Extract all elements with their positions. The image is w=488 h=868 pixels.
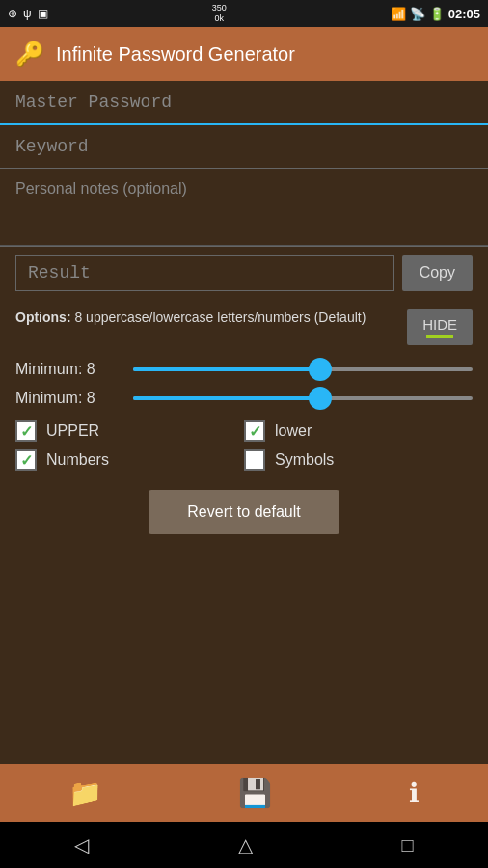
android-back-button[interactable]: ◁ <box>74 833 89 856</box>
bottom-nav: 📁 💾 ℹ <box>0 764 488 822</box>
app-title: Infinite Password Generator <box>56 43 295 66</box>
slider-row-1: Minimum: 8 <box>0 355 488 384</box>
slider-label-1: Minimum: 8 <box>15 361 122 378</box>
checkbox-lower-label: lower <box>275 422 312 440</box>
nav-info-icon[interactable]: ℹ <box>409 777 420 809</box>
checkmark-numbers: ✓ <box>20 451 33 470</box>
checkbox-symbols-row: Symbols <box>244 449 473 471</box>
hide-underline <box>426 335 453 338</box>
main-content: Copy Options: 8 uppercase/lowercase lett… <box>0 81 488 764</box>
status-time: 02:05 <box>448 7 480 21</box>
wifi-icon: 📶 <box>391 7 406 21</box>
checkbox-upper[interactable]: ✓ <box>15 420 37 442</box>
hide-button[interactable]: HIDE <box>407 309 473 345</box>
options-text: Options: 8 uppercase/lowercase letters/n… <box>15 309 407 328</box>
checkbox-numbers[interactable]: ✓ <box>15 449 37 471</box>
battery-icon: 🔋 <box>429 7 445 21</box>
master-password-input[interactable] <box>0 81 488 125</box>
status-icon-2: ψ <box>23 7 32 20</box>
slider-row-2: Minimum: 8 <box>0 384 488 413</box>
slider-track-1[interactable] <box>133 367 473 371</box>
nav-folder-icon[interactable]: 📁 <box>68 777 102 809</box>
options-section: Options: 8 uppercase/lowercase letters/n… <box>0 299 488 355</box>
revert-button[interactable]: Revert to default <box>149 490 339 534</box>
signal-icon: 📡 <box>410 7 425 21</box>
status-icon-1: ⊕ <box>8 7 17 20</box>
slider-track-2[interactable] <box>133 396 473 400</box>
status-network-top: 350 <box>212 3 227 14</box>
app-bar: 🔑 Infinite Password Generator <box>0 27 488 81</box>
status-center: 350 0k <box>212 3 227 24</box>
checkmark-upper: ✓ <box>20 422 33 441</box>
status-bar: ⊕ ψ ▣ 350 0k 📶 📡 🔋 02:05 <box>0 0 488 27</box>
status-left-icons: ⊕ ψ ▣ <box>8 7 48 20</box>
hide-button-label: HIDE <box>422 316 457 333</box>
checkbox-numbers-label: Numbers <box>46 451 109 469</box>
nav-save-icon[interactable]: 💾 <box>238 777 272 809</box>
options-description: 8 uppercase/lowercase letters/numbers (D… <box>71 310 366 325</box>
copy-button[interactable]: Copy <box>402 255 473 291</box>
result-input[interactable] <box>15 255 394 291</box>
checkmark-lower: ✓ <box>249 422 261 441</box>
status-network-bottom: 0k <box>214 14 224 24</box>
checkbox-upper-label: UPPER <box>46 422 99 440</box>
slider-label-2: Minimum: 8 <box>15 390 122 407</box>
android-recent-button[interactable]: □ <box>402 834 414 856</box>
checkboxes-grid: ✓ UPPER ✓ lower ✓ Numbers Symbols <box>0 413 488 478</box>
checkbox-symbols-label: Symbols <box>275 451 334 469</box>
checkbox-symbols[interactable] <box>244 449 265 471</box>
revert-container: Revert to default <box>0 478 488 546</box>
slider-fill-2 <box>133 396 320 400</box>
options-label: Options: <box>15 310 71 325</box>
checkbox-lower[interactable]: ✓ <box>244 420 265 442</box>
result-row: Copy <box>0 247 488 299</box>
android-home-button[interactable]: △ <box>238 833 253 856</box>
personal-notes-input[interactable] <box>0 169 488 246</box>
checkbox-upper-row: ✓ UPPER <box>15 420 244 442</box>
slider-thumb-1[interactable] <box>309 358 332 381</box>
checkbox-lower-row: ✓ lower <box>244 420 473 442</box>
checkbox-numbers-row: ✓ Numbers <box>15 449 244 471</box>
slider-thumb-2[interactable] <box>309 387 332 410</box>
android-nav-bar: ◁ △ □ <box>0 822 488 868</box>
slider-fill-1 <box>133 367 320 371</box>
keyword-input[interactable] <box>0 125 488 169</box>
status-right: 📶 📡 🔋 02:05 <box>391 7 480 21</box>
status-icon-3: ▣ <box>38 7 48 20</box>
app-logo-icon: 🔑 <box>15 41 44 68</box>
